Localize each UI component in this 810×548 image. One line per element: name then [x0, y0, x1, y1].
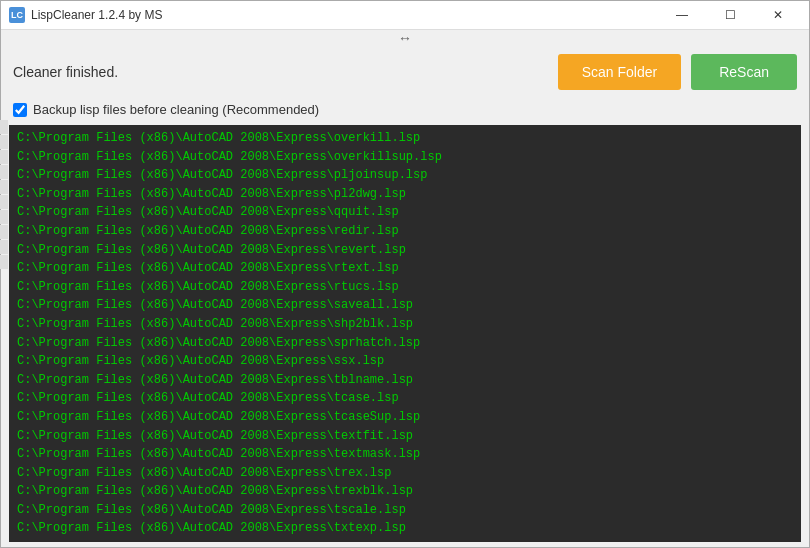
- button-group: Scan Folder ReScan: [558, 54, 797, 90]
- terminal-line: C:\Program Files (x86)\AutoCAD 2008\Expr…: [17, 241, 793, 260]
- backup-checkbox-row: Backup lisp files before cleaning (Recom…: [1, 98, 809, 125]
- left-indicator: [0, 120, 8, 134]
- backup-checkbox[interactable]: [13, 103, 27, 117]
- left-indicator: [0, 255, 8, 269]
- terminal-line: C:\Program Files (x86)\AutoCAD 2008\Expr…: [17, 185, 793, 204]
- maximize-button[interactable]: ☐: [707, 1, 753, 29]
- terminal-line: C:\Program Files (x86)\AutoCAD 2008\Expr…: [17, 427, 793, 446]
- title-bar-controls: — ☐ ✕: [659, 1, 801, 29]
- terminal-line: C:\Program Files (x86)\AutoCAD 2008\Expr…: [17, 148, 793, 167]
- terminal-line: C:\Program Files (x86)\AutoCAD 2008\Expr…: [17, 371, 793, 390]
- rescan-button[interactable]: ReScan: [691, 54, 797, 90]
- left-indicator: [0, 135, 8, 149]
- left-indicator: [0, 150, 8, 164]
- terminal-line: C:\Program Files (x86)\AutoCAD 2008\Expr…: [17, 166, 793, 185]
- status-text: Cleaner finished.: [13, 64, 118, 80]
- terminal-line: C:\Program Files (x86)\AutoCAD 2008\Expr…: [17, 129, 793, 148]
- terminal-line: C:\Program Files (x86)\AutoCAD 2008\Expr…: [17, 278, 793, 297]
- resize-icon: ↔: [398, 30, 412, 46]
- left-indicator: [0, 240, 8, 254]
- terminal-line: C:\Program Files (x86)\AutoCAD 2008\Expr…: [17, 464, 793, 483]
- terminal-line: C:\Program Files (x86)\AutoCAD 2008\Expr…: [17, 352, 793, 371]
- scan-folder-button[interactable]: Scan Folder: [558, 54, 681, 90]
- terminal-output[interactable]: C:\Program Files (x86)\AutoCAD 2008\Expr…: [9, 125, 801, 542]
- close-button[interactable]: ✕: [755, 1, 801, 29]
- window-title: LispCleaner 1.2.4 by MS: [31, 8, 162, 22]
- left-indicators: [0, 120, 8, 269]
- terminal-line: C:\Program Files (x86)\AutoCAD 2008\Expr…: [17, 222, 793, 241]
- terminal-line: C:\Program Files (x86)\AutoCAD 2008\Expr…: [17, 334, 793, 353]
- left-indicator: [0, 165, 8, 179]
- terminal-line: C:\Program Files (x86)\AutoCAD 2008\Expr…: [17, 482, 793, 501]
- terminal-line: C:\Program Files (x86)\AutoCAD 2008\Expr…: [17, 296, 793, 315]
- backup-checkbox-label: Backup lisp files before cleaning (Recom…: [33, 102, 319, 117]
- terminal-line: C:\Program Files (x86)\AutoCAD 2008\Expr…: [17, 315, 793, 334]
- resize-icon-bar: ↔: [1, 30, 809, 46]
- terminal-line: C:\Program Files (x86)\AutoCAD 2008\Expr…: [17, 519, 793, 538]
- app-window: LC LispCleaner 1.2.4 by MS — ☐ ✕ ↔ Clean…: [0, 0, 810, 548]
- terminal-line: C:\Program Files (x86)\AutoCAD 2008\Expr…: [17, 259, 793, 278]
- terminal-line: C:\Program Files (x86)\AutoCAD 2008\Expr…: [17, 203, 793, 222]
- terminal-line: C:\Program Files (x86)\AutoCAD 2008\Expr…: [17, 501, 793, 520]
- app-icon: LC: [9, 7, 25, 23]
- left-indicator: [0, 180, 8, 194]
- header-row: Cleaner finished. Scan Folder ReScan: [1, 46, 809, 98]
- left-indicator: [0, 210, 8, 224]
- terminal-line: C:\Program Files (x86)\AutoCAD 2008\Expr…: [17, 445, 793, 464]
- main-content: Cleaner finished. Scan Folder ReScan Bac…: [1, 46, 809, 548]
- title-bar: LC LispCleaner 1.2.4 by MS — ☐ ✕: [1, 1, 809, 30]
- title-bar-left: LC LispCleaner 1.2.4 by MS: [9, 7, 162, 23]
- terminal-line: C:\Program Files (x86)\AutoCAD 2008\Expr…: [17, 408, 793, 427]
- left-indicator: [0, 195, 8, 209]
- terminal-line: C:\Program Files (x86)\AutoCAD 2008\Expr…: [17, 389, 793, 408]
- left-indicator: [0, 225, 8, 239]
- minimize-button[interactable]: —: [659, 1, 705, 29]
